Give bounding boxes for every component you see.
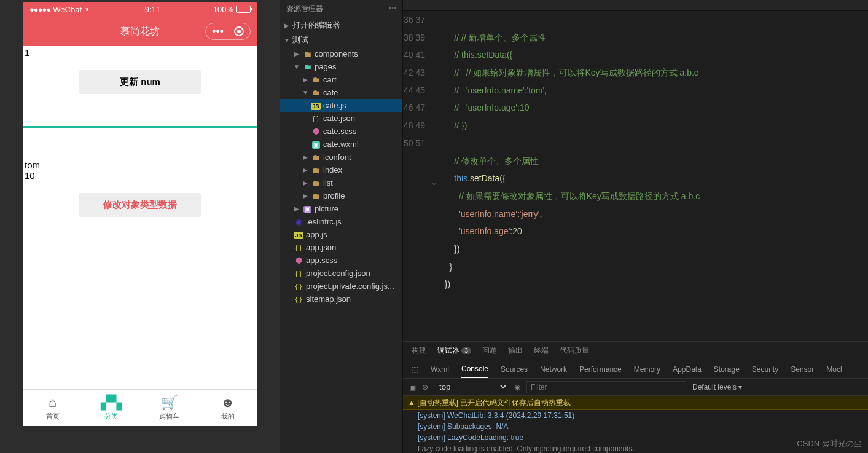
num-value: 1 [25, 47, 256, 58]
tab-sensor[interactable]: Sensor [791, 361, 814, 377]
bottom-panel: 构建 调试器 3 问题 输出 终端 代码质量 ⬚ Wxml Console So… [403, 341, 868, 453]
file-cate-js[interactable]: JScate.js [280, 99, 402, 112]
inspect-icon[interactable]: ⬚ [412, 365, 418, 374]
explorer-more-icon[interactable]: ⋯ [389, 4, 396, 14]
clear-console-icon[interactable]: ⊘ [422, 383, 428, 392]
folder-cate[interactable]: ▼🖿cate [280, 86, 402, 99]
context-selector[interactable]: top [434, 380, 508, 393]
tab-profile[interactable]: ☻我的 [198, 390, 257, 426]
page-body: 1 更新 num tom 10 修改对象类型数据 [23, 46, 257, 389]
fold-chevron-icon[interactable]: ⌄ [431, 176, 437, 190]
update-object-button[interactable]: 修改对象类型数据 [79, 193, 201, 217]
tab-sources[interactable]: Sources [501, 361, 528, 377]
log-line: [system] Subpackages: N/A [403, 421, 868, 432]
divider [23, 126, 257, 128]
folder-components[interactable]: ▶🖿components [280, 47, 402, 60]
battery-pct: 100% [213, 5, 233, 14]
tab-cart[interactable]: 🛒购物车 [140, 390, 198, 426]
cart-icon: 🛒 [161, 395, 178, 411]
folder-profile[interactable]: ▶🖿profile [280, 189, 402, 202]
file-app-js[interactable]: JSapp.js [280, 228, 402, 241]
explorer-header: 资源管理器 ⋯ [280, 0, 402, 18]
devtools-tabs: ⬚ Wxml Console Sources Network Performan… [403, 360, 868, 379]
editor-panel: 36 37 38 39 40 41 42 43 44 45 46 47 48 4… [403, 0, 868, 453]
section-project[interactable]: ▼测试 [280, 33, 402, 47]
panel-tabs-primary: 构建 调试器 3 问题 输出 终端 代码质量 [403, 342, 868, 360]
wifi-icon: ᯤ [84, 5, 92, 14]
file-cate-wxml[interactable]: ▣cate.wxml [280, 138, 402, 151]
folder-index[interactable]: ▶🖿index [280, 163, 402, 176]
log-levels-select[interactable]: Default levels ▾ [692, 383, 742, 392]
folder-list[interactable]: ▶🖿list [280, 176, 402, 189]
capsule-menu[interactable]: ••• [205, 23, 251, 40]
battery-icon [236, 6, 251, 13]
tab-bar: ⌂首页 ▞▚分类 🛒购物车 ☻我的 [23, 389, 257, 426]
capsule-divider [229, 26, 229, 36]
home-icon: ⌂ [49, 395, 57, 411]
category-icon: ▞▚ [101, 395, 122, 411]
code-content[interactable]: // // 新增单个、多个属性 // this.setData({ // // … [434, 11, 868, 341]
file-app-scss[interactable]: ⬢app.scss [280, 254, 402, 267]
tab-appdata[interactable]: AppData [673, 361, 702, 377]
log-warning: [自动热重载] 已开启代码文件保存后自动热重载 [403, 396, 868, 410]
carrier-label: WeChat [53, 5, 82, 14]
tab-problems[interactable]: 问题 [482, 345, 497, 356]
tab-debugger[interactable]: 调试器 3 [437, 345, 471, 356]
tab-storage[interactable]: Storage [714, 361, 740, 377]
code-editor[interactable]: 36 37 38 39 40 41 42 43 44 45 46 47 48 4… [403, 11, 868, 341]
tab-memory[interactable]: Memory [634, 361, 660, 377]
capsule-close-icon[interactable] [234, 26, 244, 36]
tab-build[interactable]: 构建 [412, 345, 426, 356]
console-toolbar: ▣ ⊘ top ◉ Default levels ▾ [403, 379, 868, 396]
live-expression-icon[interactable]: ◉ [514, 383, 520, 392]
user-age-value: 10 [25, 170, 256, 181]
tab-output[interactable]: 输出 [508, 345, 523, 356]
signal-icon: ●●●●● [29, 5, 50, 14]
simulator-panel: ●●●●● WeChat ᯤ 9:11 100% 慕尚花坊 ••• [0, 0, 280, 453]
file-cate-json[interactable]: { }cate.json [280, 112, 402, 125]
phone-frame: ●●●●● WeChat ᯤ 9:11 100% 慕尚花坊 ••• [23, 2, 257, 426]
tab-network[interactable]: Network [540, 361, 567, 377]
folder-picture[interactable]: ▶▣picture [280, 202, 402, 215]
tab-terminal[interactable]: 终端 [534, 345, 549, 356]
editor-tabs-strip [403, 0, 868, 11]
tab-performance[interactable]: Performance [579, 361, 622, 377]
log-line: [system] WeChatLib: 3.3.4 (2024.2.29 17:… [403, 410, 868, 421]
console-sidebar-icon[interactable]: ▣ [409, 383, 416, 392]
file-eslintrc[interactable]: ◉.eslintrc.js [280, 215, 402, 228]
nav-title: 慕尚花坊 [120, 25, 160, 38]
explorer-title: 资源管理器 [286, 4, 323, 14]
file-project-private[interactable]: { }project.private.config.js... [280, 280, 402, 293]
tab-console[interactable]: Console [461, 361, 488, 378]
tab-wxml[interactable]: Wxml [431, 361, 449, 377]
explorer-panel: 资源管理器 ⋯ ▶打开的编辑器 ▼测试 ▶🖿components ▼🖿pages… [280, 0, 403, 453]
profile-icon: ☻ [221, 395, 235, 411]
section-open-editors[interactable]: ▶打开的编辑器 [280, 18, 402, 33]
update-num-button[interactable]: 更新 num [79, 70, 201, 94]
console-filter-input[interactable] [526, 381, 686, 393]
line-gutter: 36 37 38 39 40 41 42 43 44 45 46 47 48 4… [403, 11, 434, 341]
folder-cart[interactable]: ▶🖿cart [280, 73, 402, 86]
debugger-badge: 3 [461, 347, 471, 354]
capsule-more-icon[interactable]: ••• [212, 28, 224, 34]
folder-iconfont[interactable]: ▶🖿iconfont [280, 151, 402, 163]
file-cate-scss[interactable]: ⬢cate.scss [280, 125, 402, 138]
tab-home[interactable]: ⌂首页 [23, 390, 82, 426]
nav-bar: 慕尚花坊 ••• [23, 17, 257, 46]
tab-mock[interactable]: Mocl [826, 361, 842, 377]
tab-category[interactable]: ▞▚分类 [82, 390, 140, 426]
folder-pages[interactable]: ▼🖿pages [280, 60, 402, 73]
file-project-config[interactable]: { }project.config.json [280, 267, 402, 280]
tab-codequality[interactable]: 代码质量 [560, 345, 589, 356]
user-name-value: tom [25, 160, 256, 170]
status-bar: ●●●●● WeChat ᯤ 9:11 100% [23, 2, 257, 17]
status-time: 9:11 [145, 5, 160, 14]
tab-security[interactable]: Security [752, 361, 778, 377]
watermark: CSDN @时光の尘 [797, 438, 862, 449]
file-app-json[interactable]: { }app.json [280, 241, 402, 254]
file-sitemap[interactable]: { }sitemap.json [280, 293, 402, 305]
